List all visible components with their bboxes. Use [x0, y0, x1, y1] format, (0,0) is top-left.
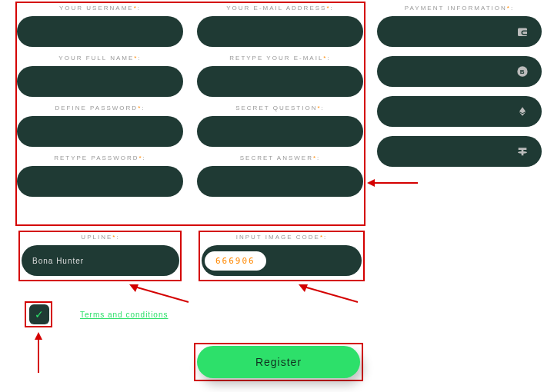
checkbox-terms[interactable]: ✓	[29, 304, 49, 324]
label-email: YOUR E-MAIL ADDRESS*:	[197, 5, 363, 12]
svg-marker-9	[299, 284, 308, 292]
payment-option-1[interactable]	[377, 16, 542, 47]
input-secret-question[interactable]	[197, 116, 363, 147]
label-fullname: YOUR FULL NAME*:	[17, 55, 183, 61]
input-secret-answer[interactable]	[197, 166, 363, 197]
upline-value: Bona Hunter	[32, 257, 84, 265]
svg-marker-7	[129, 284, 138, 292]
input-fullname[interactable]	[17, 66, 183, 97]
input-retype-email[interactable]	[197, 66, 363, 97]
ewallet-icon	[516, 25, 529, 38]
svg-marker-11	[35, 332, 42, 340]
check-icon: ✓	[35, 308, 45, 321]
captcha-code: 666906	[205, 251, 266, 271]
input-upline[interactable]: Bona Hunter	[22, 245, 179, 276]
register-label: Register	[255, 356, 302, 368]
arrow-to-main	[365, 175, 419, 191]
label-retype-password: RETYPE PASSWORD*:	[17, 154, 183, 161]
arrow-to-checkbox	[31, 331, 46, 377]
svg-marker-5	[367, 179, 375, 187]
input-email[interactable]	[197, 16, 363, 47]
svg-text:B: B	[520, 68, 525, 75]
input-username[interactable]	[17, 16, 183, 47]
label-username: YOUR USERNAME*:	[17, 5, 183, 12]
arrow-to-captcha	[292, 283, 362, 306]
svg-line-8	[304, 287, 358, 302]
label-retype-email: RETYPE YOUR E-MAIL*:	[197, 55, 363, 61]
svg-line-6	[135, 287, 189, 302]
label-upline: UPLINE*:	[22, 234, 179, 241]
label-secret-question: SECRET QUESTION*:	[197, 105, 363, 111]
input-captcha[interactable]: 666906	[202, 245, 362, 276]
bitcoin-icon: B	[516, 65, 529, 78]
register-button[interactable]: Register	[197, 346, 360, 378]
label-password: DEFINE PASSWORD*:	[17, 105, 183, 111]
link-terms[interactable]: Terms and conditions	[80, 311, 169, 319]
input-password[interactable]	[17, 116, 183, 147]
label-captcha: INPUT IMAGE CODE*:	[202, 234, 362, 241]
arrow-to-upline	[123, 283, 192, 306]
ethereum-icon	[516, 105, 529, 118]
payment-option-2[interactable]: B	[377, 56, 542, 87]
tether-icon	[516, 145, 529, 158]
label-payment: PAYMENT INFORMATION*:	[377, 5, 542, 12]
input-retype-password[interactable]	[17, 166, 183, 197]
payment-option-4[interactable]	[377, 136, 542, 167]
label-secret-answer: SECRET ANSWER*:	[197, 154, 363, 161]
payment-option-3[interactable]	[377, 96, 542, 127]
svg-marker-2	[519, 107, 526, 113]
